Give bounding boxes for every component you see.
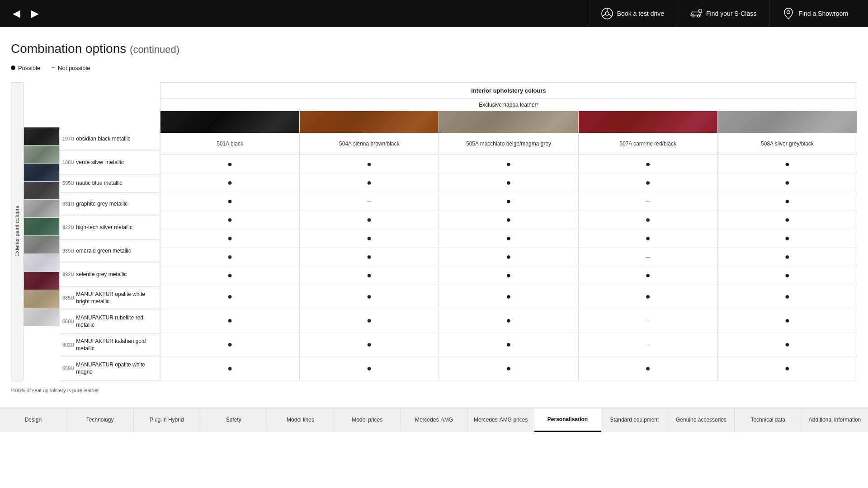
col-swatch-508A — [718, 111, 857, 133]
cell-989U-col3: – — [579, 248, 718, 266]
swatch-831U — [24, 182, 60, 200]
table-row-197U: ●●●●● — [160, 155, 857, 174]
cell-922U-col4: ● — [718, 229, 857, 247]
find-s-class-link[interactable]: Find your S-Class — [677, 0, 769, 27]
bottom-nav-safety[interactable]: Safety — [200, 408, 267, 432]
location-icon — [782, 7, 795, 20]
color-name-595U: 595Unautic blue metallic — [60, 174, 160, 192]
svg-line-3 — [603, 14, 605, 16]
cell-802U-col4: ● — [718, 333, 857, 356]
bottom-nav-plug-in-hybrid[interactable]: Plug-in Hybrid — [134, 408, 201, 432]
svg-point-7 — [698, 9, 702, 12]
color-name-659U: 659UMANUFAKTUR opalite white magno — [60, 357, 160, 380]
car-search-icon — [690, 7, 703, 20]
left-panel: Exterior paint colours 197Uobsidian blac… — [11, 82, 160, 380]
find-s-class-label: Find your S-Class — [706, 10, 756, 17]
cell-188U-col3: ● — [579, 174, 718, 192]
swatch-197U — [24, 127, 60, 145]
cell-885U-col0: ● — [160, 285, 300, 308]
cell-831U-col0: ● — [160, 211, 300, 229]
dash-icon: – — [51, 64, 55, 71]
bottom-nav-mercedes-amg-prices[interactable]: Mercedes-AMG prices — [467, 408, 534, 432]
table-row-992U: ●●●●● — [160, 266, 857, 285]
color-name-831U: 831Ugraphite grey metallic — [60, 192, 160, 216]
cell-922U-col0: ● — [160, 229, 300, 247]
cell-188U-col0: ● — [160, 174, 300, 192]
cell-197U-col4: ● — [718, 155, 857, 173]
col-swatch-507A — [579, 111, 718, 133]
interior-header: Interior upholstery colours — [160, 82, 857, 99]
col-swatch-501A — [160, 111, 300, 133]
bottom-nav-model-prices[interactable]: Model prices — [334, 408, 401, 432]
cell-660U-col0: ● — [160, 309, 300, 332]
bottom-nav-design[interactable]: Design — [0, 408, 67, 432]
bottom-nav-standard-equipment[interactable]: Standard equipment — [601, 408, 668, 432]
bottom-nav-model-lines[interactable]: Model lines — [267, 408, 334, 432]
cell-992U-col0: ● — [160, 266, 300, 284]
legend-not-possible: – Not possible — [51, 64, 90, 71]
book-test-drive-link[interactable]: Book a test drive — [588, 0, 677, 27]
col-swatch-504A — [300, 111, 439, 133]
cell-992U-col3: ● — [579, 266, 718, 284]
color-name-989U: 989Uemerald green metallic — [60, 239, 160, 263]
col-label-508A: 508A silver grey/black — [718, 133, 857, 155]
swatch-989U — [24, 218, 60, 236]
table-row-659U: ●●●●● — [160, 357, 857, 380]
cell-659U-col4: ● — [718, 357, 857, 380]
bottom-nav-additional-information[interactable]: Additional information — [802, 408, 868, 432]
legend-not-possible-label: Not possible — [58, 65, 90, 71]
table-row-989U: ●●●–● — [160, 248, 857, 266]
cell-922U-col2: ● — [439, 229, 578, 247]
cell-197U-col3: ● — [579, 155, 718, 173]
color-name-992U: 992Uselenite grey metallic — [60, 263, 160, 286]
find-showroom-label: Find a Showroom — [798, 10, 848, 17]
color-name-922U: 922Uhigh-tech silver metallic — [60, 216, 160, 239]
cell-197U-col2: ● — [439, 155, 578, 173]
cell-595U-col1: – — [300, 192, 439, 210]
cell-660U-col1: ● — [300, 309, 439, 332]
combination-table: Exterior paint colours 197Uobsidian blac… — [11, 82, 857, 380]
cell-992U-col1: ● — [300, 266, 439, 284]
cell-885U-col3: ● — [579, 285, 718, 308]
bottom-nav-personalisation[interactable]: Personalisation — [534, 408, 601, 432]
table-row-831U: ●●●●● — [160, 211, 857, 229]
cell-885U-col1: ● — [300, 285, 439, 308]
next-button[interactable]: ▶ — [26, 4, 44, 23]
bottom-nav-genuine-accessories[interactable]: Genuine accessories — [668, 408, 735, 432]
col-label-505A: 505A macchiato beige/magma grey — [439, 133, 578, 155]
color-names-column: 197Uobsidian black metallic188Uverde sil… — [60, 82, 160, 380]
col-swatches-row — [160, 111, 857, 133]
col-labels-row: 501A black504A sienna brown/black505A ma… — [160, 133, 857, 155]
find-showroom-link[interactable]: Find a Showroom — [769, 0, 861, 27]
table-row-885U: ●●●●● — [160, 285, 857, 309]
swatch-992U — [24, 236, 60, 254]
swatch-659U — [24, 308, 60, 326]
table-row-802U: ●●●–● — [160, 333, 857, 357]
cell-831U-col4: ● — [718, 211, 857, 229]
color-name-885U: 885UMANUFAKTUR opalite white bright meta… — [60, 286, 160, 310]
cell-831U-col1: ● — [300, 211, 439, 229]
bottom-nav-mercedes-amg[interactable]: Mercedes-AMG — [401, 408, 468, 432]
cell-660U-col4: ● — [718, 309, 857, 332]
color-name-197U: 197Uobsidian black metallic — [60, 127, 160, 151]
cell-831U-col3: ● — [579, 211, 718, 229]
bottom-nav-technology[interactable]: Technology — [67, 408, 134, 432]
svg-line-4 — [609, 14, 611, 16]
cell-188U-col4: ● — [718, 174, 857, 192]
cell-802U-col1: ● — [300, 333, 439, 356]
bottom-nav-technical-data[interactable]: Technical data — [735, 408, 802, 432]
top-navigation: ◀ ▶ Book a test drive — [0, 0, 868, 27]
legend-possible: Possible — [11, 65, 40, 71]
cell-802U-col2: ● — [439, 333, 578, 356]
cell-188U-col1: ● — [300, 174, 439, 192]
cell-885U-col2: ● — [439, 285, 578, 308]
data-rows: ●●●●●●●●●●●–●–●●●●●●●●●●●●●●–●●●●●●●●●●●… — [160, 155, 857, 380]
cell-659U-col2: ● — [439, 357, 578, 380]
color-name-188U: 188Uverde silver metallic — [60, 151, 160, 174]
prev-button[interactable]: ◀ — [7, 4, 26, 23]
table-row-922U: ●●●●● — [160, 229, 857, 248]
cell-188U-col2: ● — [439, 174, 578, 192]
svg-line-8 — [701, 12, 702, 13]
cell-831U-col2: ● — [439, 211, 578, 229]
col-label-507A: 507A carmine red/black — [579, 133, 718, 155]
